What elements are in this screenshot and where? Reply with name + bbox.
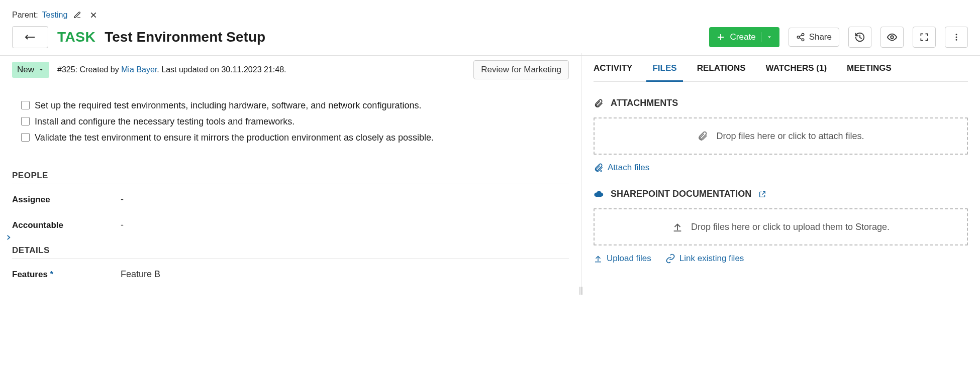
tab-activity[interactable]: ACTIVITY	[594, 57, 632, 81]
upload-files-label: Upload files	[607, 254, 651, 264]
svg-point-4	[956, 34, 957, 35]
attach-files-link[interactable]: Attach files	[594, 163, 649, 173]
status-dropdown[interactable]: New	[12, 62, 49, 78]
work-package-type: TASK	[57, 29, 95, 45]
create-button-label: Create	[730, 32, 756, 42]
attach-files-label: Attach files	[608, 163, 649, 173]
sharepoint-drop-text: Drop files here or click to upload them …	[691, 222, 890, 232]
checkbox-icon[interactable]	[21, 117, 30, 125]
svg-point-1	[797, 36, 800, 39]
side-tabs: ACTIVITY FILES RELATIONS WATCHERS (1) ME…	[594, 57, 968, 82]
page-title[interactable]: Test Environment Setup	[105, 29, 265, 45]
sharepoint-heading: SHAREPOINT DOCUMENTATION	[594, 189, 968, 199]
divider	[12, 184, 569, 184]
parent-link[interactable]: Testing	[42, 11, 68, 20]
share-button-label: Share	[809, 32, 832, 42]
attachments-dropzone[interactable]: Drop files here or click to attach files…	[594, 117, 968, 155]
checklist-text: Set up the required test environments, i…	[35, 97, 421, 113]
checklist-item: Validate the test environment to ensure …	[21, 130, 569, 146]
link-existing-label: Link existing files	[679, 254, 744, 264]
edit-parent-icon[interactable]	[71, 9, 83, 21]
external-link-icon[interactable]	[758, 190, 766, 198]
people-section-title: PEOPLE	[12, 171, 569, 181]
fullscreen-button[interactable]	[913, 27, 936, 48]
accountable-value: -	[121, 220, 124, 230]
features-value: Feature B	[121, 269, 160, 280]
review-button[interactable]: Review for Marketing	[473, 60, 569, 79]
attachments-drop-text: Drop files here or click to attach files…	[716, 131, 864, 142]
checklist-item: Set up the required test environments, i…	[21, 97, 569, 113]
tab-meetings[interactable]: MEETINGS	[847, 57, 892, 81]
resize-handle[interactable]	[579, 284, 583, 295]
accountable-label: Accountable	[12, 220, 121, 230]
features-field[interactable]: Features * Feature B	[12, 269, 569, 280]
assignee-label: Assignee	[12, 195, 121, 205]
checkbox-icon[interactable]	[21, 133, 30, 142]
link-existing-files-link[interactable]: Link existing files	[665, 254, 744, 264]
svg-point-3	[891, 36, 894, 39]
accountable-field[interactable]: Accountable -	[12, 220, 569, 230]
assignee-field[interactable]: Assignee -	[12, 194, 569, 205]
parent-breadcrumb: Parent: Testing	[12, 9, 968, 21]
attachments-heading: ATTACHMENTS	[594, 98, 968, 108]
author-link[interactable]: Mia Bayer	[121, 65, 157, 74]
attachments-title: ATTACHMENTS	[611, 98, 678, 108]
status-label: New	[17, 65, 34, 75]
checklist-text: Install and configure the necessary test…	[35, 113, 295, 130]
back-button[interactable]	[12, 26, 48, 48]
tab-relations[interactable]: RELATIONS	[697, 57, 746, 81]
description-checklist: Set up the required test environments, i…	[12, 97, 569, 146]
tab-files[interactable]: FILES	[652, 57, 676, 81]
checklist-text: Validate the test environment to ensure …	[35, 130, 434, 146]
more-menu-button[interactable]	[945, 27, 968, 48]
meta-prefix: #325: Created by	[57, 65, 121, 74]
upload-files-link[interactable]: Upload files	[594, 254, 651, 264]
features-label: Features *	[12, 270, 121, 280]
svg-point-0	[802, 34, 804, 36]
meta-text: #325: Created by Mia Bayer. Last updated…	[57, 65, 286, 74]
svg-point-6	[956, 39, 957, 41]
sharepoint-title: SHAREPOINT DOCUMENTATION	[611, 189, 751, 199]
header-row: TASK Test Environment Setup Create Share	[12, 26, 968, 48]
watch-button[interactable]	[880, 27, 904, 48]
parent-label: Parent:	[12, 11, 38, 20]
history-button[interactable]	[848, 27, 871, 48]
meta-suffix: . Last updated on 30.11.2023 21:48.	[157, 65, 286, 74]
remove-parent-icon[interactable]	[87, 9, 100, 21]
collapse-handle-icon[interactable]	[5, 234, 12, 241]
create-button[interactable]: Create	[709, 27, 779, 47]
svg-point-2	[802, 39, 804, 41]
checkbox-icon[interactable]	[21, 101, 30, 109]
checklist-item: Install and configure the necessary test…	[21, 113, 569, 130]
svg-point-5	[956, 37, 957, 38]
details-section-title: DETAILS	[12, 245, 569, 256]
assignee-value: -	[121, 194, 124, 205]
tab-watchers[interactable]: WATCHERS (1)	[766, 57, 827, 81]
share-button[interactable]: Share	[789, 28, 839, 47]
sharepoint-dropzone[interactable]: Drop files here or click to upload them …	[594, 208, 968, 245]
divider	[12, 259, 569, 259]
